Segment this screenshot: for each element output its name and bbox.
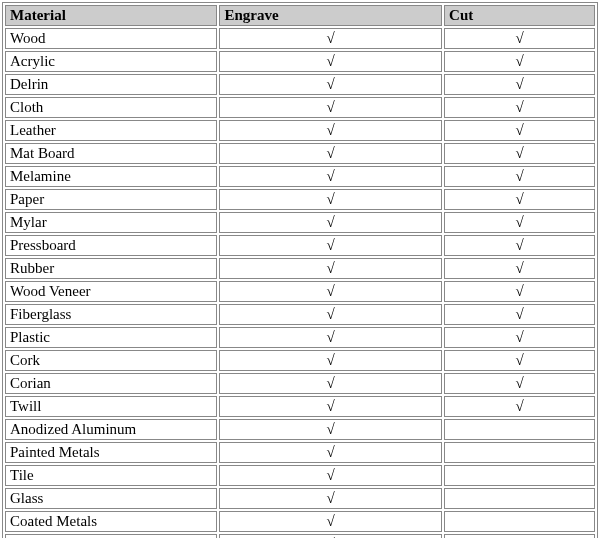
header-material: Material [5, 5, 217, 26]
cell-cut: √ [444, 51, 595, 72]
cell-material: Melamine [5, 166, 217, 187]
cell-material: Tile [5, 465, 217, 486]
cell-engrave: √ [219, 304, 442, 325]
table-row: Fiberglass√√ [5, 304, 595, 325]
cell-engrave: √ [219, 465, 442, 486]
cell-cut [444, 511, 595, 532]
cell-material: Anodized Aluminum [5, 419, 217, 440]
table-row: Pressboard√√ [5, 235, 595, 256]
cell-engrave: √ [219, 28, 442, 49]
cell-material: Coated Metals [5, 511, 217, 532]
cell-cut: √ [444, 258, 595, 279]
table-row: Twill√√ [5, 396, 595, 417]
cell-material: Paper [5, 189, 217, 210]
cell-material: Leather [5, 120, 217, 141]
table-row: Acrylic√√ [5, 51, 595, 72]
table-row: Glass√ [5, 488, 595, 509]
table-header-row: Material Engrave Cut [5, 5, 595, 26]
cell-engrave: √ [219, 419, 442, 440]
cell-engrave: √ [219, 51, 442, 72]
cell-cut: √ [444, 350, 595, 371]
table-row: Mat Board√√ [5, 143, 595, 164]
cell-engrave: √ [219, 511, 442, 532]
table-row: Paper√√ [5, 189, 595, 210]
table-row: Wood√√ [5, 28, 595, 49]
cell-cut: √ [444, 396, 595, 417]
cell-material: Mat Board [5, 143, 217, 164]
cell-engrave: √ [219, 534, 442, 538]
cell-material: Cloth [5, 97, 217, 118]
cell-cut [444, 534, 595, 538]
header-engrave: Engrave [219, 5, 442, 26]
cell-cut [444, 442, 595, 463]
cell-engrave: √ [219, 350, 442, 371]
cell-cut [444, 419, 595, 440]
table-row: Leather√√ [5, 120, 595, 141]
cell-engrave: √ [219, 143, 442, 164]
cell-cut: √ [444, 212, 595, 233]
table-row: Coated Metals√ [5, 511, 595, 532]
table-row: Anodized Aluminum√ [5, 419, 595, 440]
cell-cut: √ [444, 74, 595, 95]
table-row: Painted Metals√ [5, 442, 595, 463]
table-row: Tile√ [5, 465, 595, 486]
cell-material: Marble [5, 534, 217, 538]
cell-material: Plastic [5, 327, 217, 348]
cell-material: Fiberglass [5, 304, 217, 325]
cell-material: Wood [5, 28, 217, 49]
cell-cut: √ [444, 235, 595, 256]
cell-material: Corian [5, 373, 217, 394]
cell-cut: √ [444, 166, 595, 187]
cell-cut: √ [444, 189, 595, 210]
table-row: Marble√ [5, 534, 595, 538]
header-cut: Cut [444, 5, 595, 26]
cell-cut: √ [444, 281, 595, 302]
cell-material: Pressboard [5, 235, 217, 256]
cell-material: Cork [5, 350, 217, 371]
cell-material: Glass [5, 488, 217, 509]
cell-cut: √ [444, 120, 595, 141]
cell-engrave: √ [219, 189, 442, 210]
cell-engrave: √ [219, 396, 442, 417]
cell-engrave: √ [219, 488, 442, 509]
cell-cut: √ [444, 97, 595, 118]
table-row: Wood Veneer√√ [5, 281, 595, 302]
cell-material: Wood Veneer [5, 281, 217, 302]
table-body: Wood√√Acrylic√√Delrin√√Cloth√√Leather√√M… [5, 28, 595, 538]
cell-engrave: √ [219, 281, 442, 302]
cell-engrave: √ [219, 373, 442, 394]
cell-material: Delrin [5, 74, 217, 95]
cell-engrave: √ [219, 74, 442, 95]
table-row: Cloth√√ [5, 97, 595, 118]
cell-engrave: √ [219, 97, 442, 118]
cell-cut [444, 465, 595, 486]
cell-material: Rubber [5, 258, 217, 279]
cell-engrave: √ [219, 120, 442, 141]
cell-engrave: √ [219, 166, 442, 187]
cell-engrave: √ [219, 258, 442, 279]
table-row: Cork√√ [5, 350, 595, 371]
cell-material: Acrylic [5, 51, 217, 72]
cell-material: Twill [5, 396, 217, 417]
table-row: Delrin√√ [5, 74, 595, 95]
cell-engrave: √ [219, 442, 442, 463]
table-row: Mylar√√ [5, 212, 595, 233]
cell-cut: √ [444, 327, 595, 348]
cell-cut: √ [444, 143, 595, 164]
cell-cut: √ [444, 373, 595, 394]
materials-table: Material Engrave Cut Wood√√Acrylic√√Delr… [2, 2, 598, 538]
table-row: Melamine√√ [5, 166, 595, 187]
table-row: Plastic√√ [5, 327, 595, 348]
cell-engrave: √ [219, 212, 442, 233]
cell-cut: √ [444, 28, 595, 49]
cell-cut [444, 488, 595, 509]
cell-engrave: √ [219, 327, 442, 348]
cell-engrave: √ [219, 235, 442, 256]
table-row: Rubber√√ [5, 258, 595, 279]
table-row: Corian√√ [5, 373, 595, 394]
cell-cut: √ [444, 304, 595, 325]
cell-material: Mylar [5, 212, 217, 233]
cell-material: Painted Metals [5, 442, 217, 463]
